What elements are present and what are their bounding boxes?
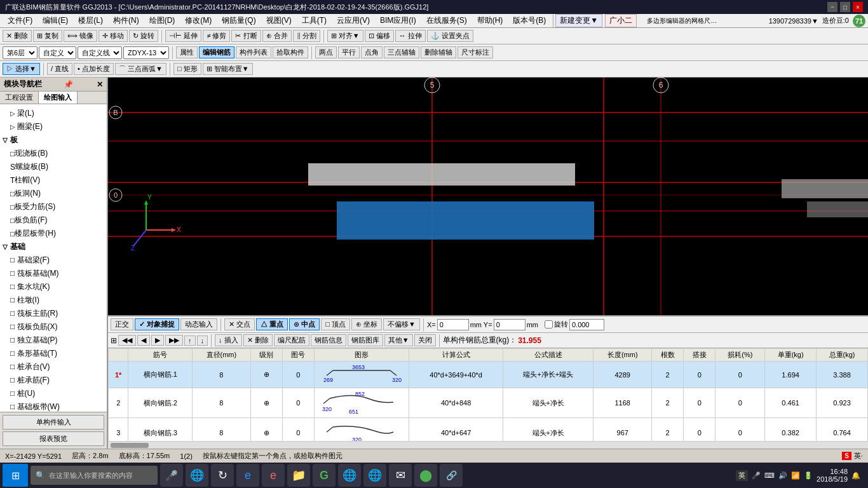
scroll-down[interactable]: ↓: [197, 336, 208, 346]
tree-item-beam[interactable]: ▷ 梁(L): [0, 107, 107, 120]
snap-center[interactable]: ⊙ 中点: [289, 318, 320, 330]
tray-clock[interactable]: 16:48 2018/5/19: [817, 468, 848, 483]
snap-intersect[interactable]: ✕ 交点: [224, 318, 255, 330]
task-mail[interactable]: ✉: [389, 464, 412, 487]
other-dropdown[interactable]: 其他▼: [384, 334, 413, 346]
table-scrollbar[interactable]: [108, 441, 868, 449]
rotate-input[interactable]: [569, 319, 604, 330]
minimize-button[interactable]: －: [827, 2, 837, 12]
toolbar-three-point-axis[interactable]: 三点辅轴: [384, 46, 419, 58]
tray-network[interactable]: 📶: [791, 471, 800, 480]
menu-service[interactable]: 在线服务(S): [421, 14, 472, 27]
snap-orthogonal[interactable]: 正交: [111, 318, 133, 330]
tray-keyboard[interactable]: ⌨: [764, 471, 775, 480]
toolbar-delete-axis[interactable]: 删除辅轴: [421, 46, 456, 58]
menu-view[interactable]: 视图(V): [261, 14, 297, 27]
toolbar-extend[interactable]: ⊣⊢ 延伸: [165, 30, 201, 42]
tree-pile[interactable]: □ 桩(U): [8, 387, 107, 400]
tree-pile-rebar[interactable]: □ 桩承筋(F): [8, 374, 107, 387]
close-btn[interactable]: 关闭: [414, 334, 436, 346]
toolbar-trim[interactable]: ≠ 修剪: [203, 30, 230, 42]
toolbar-dimension[interactable]: 尺寸标注: [458, 46, 493, 58]
scroll-next[interactable]: ▶: [151, 335, 164, 346]
toolbar-delete[interactable]: ✕ 删除: [3, 30, 32, 42]
snap-midpoint[interactable]: △ 重点: [256, 318, 288, 330]
toolbar-split[interactable]: ∥ 分割: [293, 30, 320, 42]
toolbar-offset[interactable]: ⊡ 偏移: [365, 30, 394, 42]
x-input[interactable]: [437, 319, 469, 330]
scroll-last[interactable]: ▶▶: [165, 335, 183, 346]
tree-raft-main[interactable]: □ 筏板主筋(R): [8, 307, 107, 320]
toolbar-edit-rebar[interactable]: 编辑钢筋: [199, 46, 234, 58]
tree-group-foundation[interactable]: ▽ 基础: [0, 240, 107, 254]
toolbar-rotate[interactable]: ↻ 旋转: [129, 30, 158, 42]
report-preview-btn[interactable]: 报表预览: [3, 431, 104, 446]
tree-col-cap[interactable]: T 柱帽(V): [8, 173, 107, 187]
tree-neg-rebar[interactable]: □ 板负筋(F): [8, 214, 107, 227]
table-row[interactable]: 3 横向钢筋.3 8 ⊕ 0 320: [109, 418, 868, 442]
nav-close-icon[interactable]: ✕: [97, 80, 103, 89]
task-link[interactable]: 🔗: [440, 464, 463, 487]
tree-spiral-slab[interactable]: S 螺旋板(B): [8, 160, 107, 173]
scroll-up[interactable]: ↑: [184, 336, 196, 346]
snap-coord[interactable]: ⊕ 坐标: [351, 318, 382, 330]
canvas-area[interactable]: 5 6 B 0 Y X: [108, 78, 868, 315]
toolbar-two-points[interactable]: 两点: [315, 46, 337, 58]
menu-polygon[interactable]: 多边形编辑器的网格尺…: [642, 15, 722, 27]
menu-floor[interactable]: 楼层(L): [73, 14, 108, 27]
y-input[interactable]: [494, 319, 526, 330]
toolbar-align[interactable]: ⊞ 对齐▼: [327, 30, 363, 42]
toolbar-stretch[interactable]: ↔ 拉伸: [395, 30, 426, 42]
tree-found-band[interactable]: □ 基础板带(W): [8, 400, 107, 412]
scroll-thumb[interactable]: [111, 443, 149, 448]
task-browser2[interactable]: 🌐: [338, 464, 361, 487]
tree-strip-found[interactable]: □ 条形基础(T): [8, 347, 107, 360]
task-refresh[interactable]: ↻: [211, 464, 234, 487]
snap-dynamic[interactable]: 动态输入: [180, 318, 217, 330]
task-cortana[interactable]: 🎤: [160, 464, 183, 487]
tree-isolated-found[interactable]: □ 独立基础(P): [8, 334, 107, 347]
notification-badge[interactable]: 71: [853, 15, 865, 27]
toolbar-properties[interactable]: 属性: [176, 46, 198, 58]
tree-raft[interactable]: □ 筏板基础(M): [8, 267, 107, 280]
tray-battery[interactable]: 🔋: [804, 471, 813, 480]
zdyx-select[interactable]: ZDYX-13: [123, 46, 169, 59]
custom-select[interactable]: 自定义: [39, 46, 76, 59]
toolbar-point-length[interactable]: • 点加长度: [74, 63, 114, 75]
tree-found-beam[interactable]: □ 基础梁(F): [8, 254, 107, 267]
task-edge[interactable]: e: [262, 464, 285, 487]
menu-file[interactable]: 文件(F): [3, 14, 37, 27]
toolbar-copy[interactable]: ⊞ 复制: [33, 30, 62, 42]
maximize-button[interactable]: □: [840, 2, 850, 12]
snap-no-offset[interactable]: 不偏移▼: [383, 318, 420, 330]
rebar-info-btn[interactable]: 钢筋信息: [311, 334, 346, 346]
menu-version[interactable]: 版本号(B): [508, 14, 551, 27]
tree-group-slab[interactable]: ▽ 板: [0, 133, 107, 147]
task-ie[interactable]: e: [236, 464, 259, 487]
scroll-prev[interactable]: ◀: [137, 335, 150, 346]
toolbar-line[interactable]: / 直线: [47, 63, 72, 75]
menu-rebar[interactable]: 钢筋量(Q): [217, 14, 261, 27]
close-button[interactable]: ×: [853, 2, 863, 12]
task-folder[interactable]: 📁: [287, 464, 310, 487]
tray-speaker[interactable]: 🔊: [778, 471, 787, 480]
toolbar-grip[interactable]: ⚓ 设置夹点: [427, 30, 473, 42]
start-button[interactable]: ⊞: [3, 464, 28, 487]
toolbar-break[interactable]: ✂ 打断: [231, 30, 261, 42]
toolbar-smart-layout[interactable]: ⊞ 智能布置▼: [203, 63, 253, 75]
table-row[interactable]: 2 横向钢筋.2 8 ⊕ 0 320: [109, 388, 868, 418]
table-row[interactable]: 1* 横向钢筋.1 8 ⊕ 0 2: [109, 362, 868, 388]
menu-modify[interactable]: 修改(M): [180, 14, 217, 27]
toolbar-move[interactable]: ✛ 移动: [98, 30, 128, 42]
menu-cloud[interactable]: 云应用(V): [332, 14, 375, 27]
tree-pit[interactable]: □ 集水坑(K): [8, 280, 107, 294]
snap-vertex[interactable]: □ 顶点: [321, 318, 350, 330]
toolbar-merge[interactable]: ⊕ 合并: [262, 30, 292, 42]
single-component-btn[interactable]: 单构件输入: [3, 415, 104, 430]
nav-tab-project[interactable]: 工程设置: [0, 92, 39, 104]
menu-bim[interactable]: BIM应用(I): [375, 14, 421, 27]
toolbar-parallel[interactable]: 平行: [338, 46, 360, 58]
menu-edit[interactable]: 编辑(E): [37, 14, 73, 27]
tree-cast-slab[interactable]: □ 现浇板(B): [8, 147, 107, 160]
tree-pile-cap[interactable]: □ 桩承台(V): [8, 360, 107, 374]
